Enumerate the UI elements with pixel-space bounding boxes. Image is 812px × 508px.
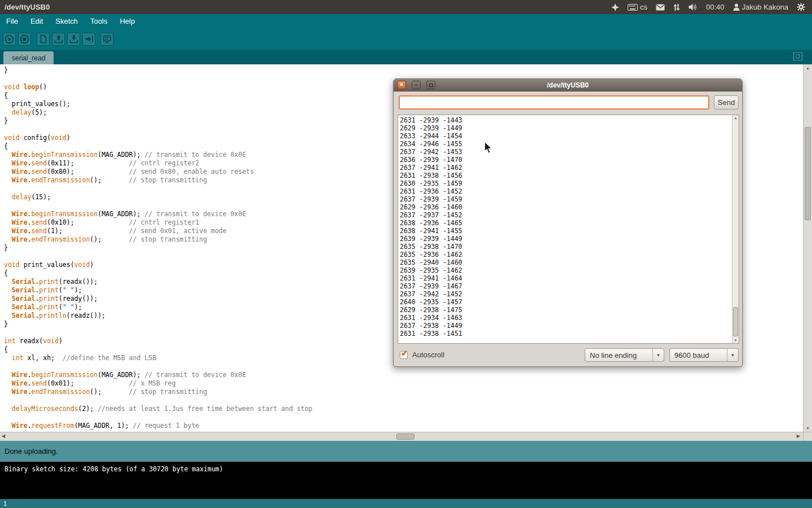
autoscroll-label: Autoscroll	[412, 351, 444, 359]
indicator-icon[interactable]	[611, 3, 619, 11]
tab-menu-button[interactable]	[792, 51, 804, 62]
session-gear-icon[interactable]	[797, 3, 805, 11]
status-message: Done uploading.	[5, 447, 58, 456]
menu-tools[interactable]: Tools	[84, 14, 113, 28]
system-tray: cs 00:40 Jakub Kakona	[611, 3, 812, 11]
editor-vertical-scrollbar[interactable]: ▲ ▼	[803, 64, 812, 432]
line-ending-select[interactable]: No line ending ▼	[585, 348, 664, 362]
stop-button[interactable]	[18, 33, 31, 46]
menubar: File Edit Sketch Tools Help	[0, 14, 812, 28]
verify-button[interactable]	[3, 33, 16, 46]
new-sketch-button[interactable]	[37, 33, 50, 46]
footer-bar: 1	[0, 499, 812, 508]
mouse-cursor	[484, 141, 493, 155]
chevron-down-icon: ▼	[652, 349, 664, 361]
console-output: Binary sketch size: 4208 bytes (of a 307…	[0, 462, 812, 499]
maximize-button[interactable]	[426, 81, 435, 89]
autoscroll-checkbox[interactable]: ✔	[400, 351, 408, 359]
serial-scroll-down-icon[interactable]: ▼	[732, 339, 739, 342]
volume-icon[interactable]	[689, 3, 698, 11]
upload-button[interactable]	[82, 33, 95, 46]
tabbar: serial_read	[0, 50, 812, 64]
mail-icon[interactable]	[656, 4, 665, 11]
open-button[interactable]	[52, 33, 65, 46]
serial-monitor-icon	[103, 34, 112, 43]
open-icon	[54, 34, 63, 43]
user-menu[interactable]: Jakub Kakona	[733, 3, 788, 11]
scroll-left-icon[interactable]: ◀	[2, 433, 5, 439]
serial-window-titlebar[interactable]: ✕ – /dev/ttyUSB0	[394, 79, 742, 91]
serial-window-title: /dev/ttyUSB0	[547, 81, 589, 89]
scrollbar-corner	[803, 432, 812, 441]
serial-output-lines: 2631 -2939 -14432629 -2939 -14492633 -29…	[400, 116, 462, 338]
chevron-down-icon: ▼	[727, 349, 738, 361]
serial-input[interactable]	[399, 95, 709, 110]
user-name: Jakub Kakona	[742, 3, 788, 11]
scroll-right-icon[interactable]: ▶	[797, 433, 800, 439]
serial-scrollbar[interactable]: ▲ ▼	[732, 115, 739, 343]
close-button[interactable]: ✕	[397, 81, 406, 89]
baud-rate-select[interactable]: 9600 baud ▼	[669, 348, 739, 362]
save-icon	[69, 34, 78, 43]
save-button[interactable]	[67, 33, 80, 46]
menu-sketch[interactable]: Sketch	[49, 14, 84, 28]
minimize-button[interactable]: –	[412, 81, 421, 89]
new-sketch-icon	[39, 34, 48, 43]
line-number-indicator: 1	[3, 500, 7, 507]
user-icon	[733, 3, 740, 11]
keyboard-icon	[628, 4, 638, 11]
top-panel: /dev/ttyUSB0 cs 00:40 Jakub Kakona	[0, 0, 812, 14]
clock[interactable]: 00:40	[706, 3, 725, 11]
console-line: Binary sketch size: 4208 bytes (of a 307…	[5, 465, 807, 473]
status-bar: Done uploading.	[0, 441, 812, 462]
scroll-down-icon[interactable]: ▼	[804, 426, 812, 430]
maximize-icon	[429, 84, 433, 87]
window-controls: ✕ –	[397, 81, 435, 89]
code-text: } void loop(){ print_values(); delay(5);…	[4, 66, 312, 430]
serial-monitor-window: ✕ – /dev/ttyUSB0 Send 2631 -2939 -144326…	[393, 78, 743, 367]
horizontal-scroll-thumb[interactable]	[396, 433, 414, 440]
scroll-up-icon[interactable]: ▲	[804, 66, 812, 70]
keyboard-layout-indicator[interactable]: cs	[628, 3, 647, 11]
send-button[interactable]: Send	[714, 95, 739, 110]
menu-help[interactable]: Help	[113, 14, 141, 28]
window-title: /dev/ttyUSB0	[0, 3, 50, 11]
editor-horizontal-scrollbar[interactable]: ◀ ▶	[0, 432, 803, 441]
keyboard-layout-label: cs	[640, 3, 647, 11]
serial-scroll-up-icon[interactable]: ▲	[732, 116, 739, 120]
autoscroll-control: ✔ Autoscroll	[400, 351, 444, 359]
menu-edit[interactable]: Edit	[24, 14, 49, 28]
tab-serial-read[interactable]: serial_read	[3, 51, 54, 64]
menu-file[interactable]: File	[0, 14, 24, 28]
upload-icon	[85, 34, 94, 43]
tab-menu-icon	[795, 53, 801, 60]
stop-icon	[20, 34, 29, 44]
serial-scroll-thumb[interactable]	[733, 307, 738, 336]
network-arrows-icon[interactable]	[673, 3, 680, 11]
serial-monitor-button[interactable]	[100, 33, 113, 46]
vertical-scroll-thumb[interactable]	[805, 127, 811, 220]
verify-icon	[5, 34, 14, 44]
toolbar	[0, 28, 812, 50]
serial-output-area[interactable]: 2631 -2939 -14432629 -2939 -14492633 -29…	[398, 115, 739, 344]
checkmark-icon: ✔	[401, 348, 408, 358]
